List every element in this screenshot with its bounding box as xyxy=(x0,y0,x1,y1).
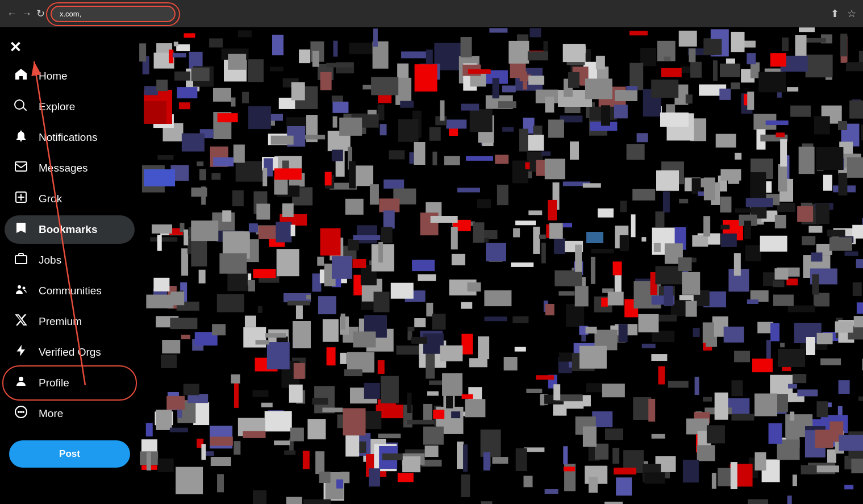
svg-rect-2 xyxy=(15,162,27,171)
sidebar-item-grok[interactable]: Grok xyxy=(5,185,135,213)
content-canvas xyxy=(139,27,863,504)
sidebar: ✕ Home Explore xyxy=(0,27,139,504)
profile-wrapper: Profile xyxy=(5,369,135,397)
sidebar-item-messages-label: Messages xyxy=(39,162,88,174)
sidebar-item-bookmarks-label: Bookmarks xyxy=(39,223,98,236)
person-icon xyxy=(14,374,28,391)
sidebar-item-premium[interactable]: Premium xyxy=(5,307,135,336)
address-bar[interactable] xyxy=(51,6,176,22)
premium-icon xyxy=(14,313,28,330)
sidebar-logo[interactable]: ✕ xyxy=(0,32,139,61)
sidebar-item-home-label: Home xyxy=(39,70,68,82)
lightning-icon xyxy=(14,344,28,361)
communities-icon xyxy=(14,282,28,299)
svg-rect-4 xyxy=(15,256,27,264)
sidebar-item-premium-label: Premium xyxy=(39,315,82,328)
sidebar-item-notifications[interactable]: Notifications xyxy=(5,123,135,152)
reload-button[interactable]: ↻ xyxy=(36,7,45,20)
svg-point-5 xyxy=(18,285,21,289)
sidebar-item-bookmarks[interactable]: Bookmarks xyxy=(5,215,135,244)
sidebar-item-notifications-label: Notifications xyxy=(39,131,98,144)
sidebar-item-verified-orgs-label: Verified Orgs xyxy=(39,346,101,359)
svg-point-6 xyxy=(23,287,26,290)
forward-button[interactable]: → xyxy=(22,8,32,20)
sidebar-item-more[interactable]: More xyxy=(5,399,135,428)
post-button[interactable]: Post xyxy=(9,440,130,468)
sidebar-item-messages[interactable]: Messages xyxy=(5,154,135,182)
sidebar-item-explore-label: Explore xyxy=(39,101,75,113)
svg-point-11 xyxy=(23,411,24,413)
sidebar-item-home[interactable]: Home xyxy=(5,62,135,90)
browser-controls: ← → ↻ xyxy=(7,7,45,20)
search-icon xyxy=(14,98,28,115)
envelope-icon xyxy=(14,160,28,177)
bell-icon xyxy=(14,129,28,146)
content-area xyxy=(139,27,863,504)
grok-icon xyxy=(14,190,28,207)
more-circle-icon xyxy=(14,405,28,422)
x-logo-icon[interactable]: ✕ xyxy=(9,39,22,56)
sidebar-item-profile-label: Profile xyxy=(39,377,69,389)
svg-point-10 xyxy=(20,411,22,413)
post-button-container: Post xyxy=(0,434,139,474)
svg-point-7 xyxy=(19,377,23,381)
home-icon xyxy=(14,68,28,85)
browser-right-icons: ⬆ ☆ xyxy=(831,7,856,20)
sidebar-item-jobs[interactable]: Jobs xyxy=(5,246,135,274)
sidebar-item-grok-label: Grok xyxy=(39,193,62,205)
bookmark-icon[interactable]: ☆ xyxy=(847,7,856,20)
sidebar-item-communities-label: Communities xyxy=(39,285,102,297)
sidebar-item-jobs-label: Jobs xyxy=(39,254,61,266)
bookmark-nav-icon xyxy=(14,221,28,238)
sidebar-item-profile[interactable]: Profile xyxy=(5,369,135,397)
main-layout: ✕ Home Explore xyxy=(0,27,863,504)
sidebar-item-communities[interactable]: Communities xyxy=(5,277,135,305)
address-bar-container xyxy=(51,6,176,22)
briefcase-icon xyxy=(14,252,28,269)
back-button[interactable]: ← xyxy=(7,8,17,20)
sidebar-item-more-label: More xyxy=(39,407,63,420)
browser-chrome: ← → ↻ ⬆ ☆ xyxy=(0,0,863,27)
share-icon[interactable]: ⬆ xyxy=(831,7,839,20)
sidebar-item-verified-orgs[interactable]: Verified Orgs xyxy=(5,338,135,366)
svg-point-9 xyxy=(18,411,19,413)
sidebar-item-explore[interactable]: Explore xyxy=(5,93,135,121)
